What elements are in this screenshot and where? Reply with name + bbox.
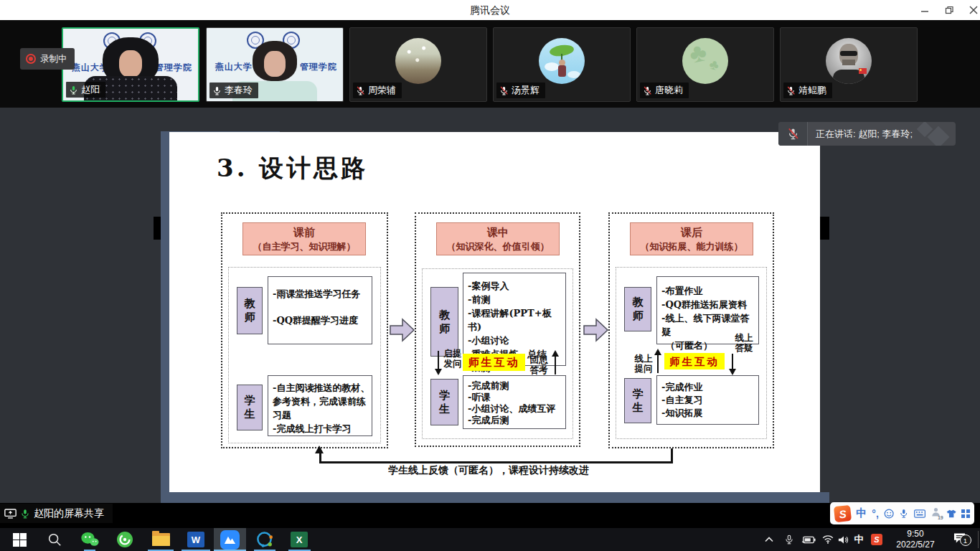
participant-name-tag: 周荣辅 <box>353 83 402 98</box>
participant-tile-zhourongfu[interactable]: 周荣辅 <box>349 27 487 102</box>
participant-tile-lichunling[interactable]: 燕山大学 管理学院 李春玲 <box>206 27 344 102</box>
phase-header: 课中 （知识深化、价值引领） <box>436 222 560 255</box>
activity-item: -完成线上打卡学习 <box>268 422 372 435</box>
role-label: 教师 <box>438 309 451 336</box>
tray-mic-icon[interactable] <box>781 528 798 551</box>
window-titlebar: 腾讯会议 <box>0 0 980 21</box>
interaction-highlight: 师生互动 <box>463 354 525 371</box>
participant-name: 汤景辉 <box>512 84 540 97</box>
speaking-label: 正在讲话: 赵阳; 李春玲; <box>808 128 913 141</box>
taskbar-360browser-button[interactable] <box>108 528 141 551</box>
skin-shirt-icon[interactable] <box>946 509 956 519</box>
ime-mode-toggle[interactable]: 中 <box>856 507 867 520</box>
sogou-tray-logo: S <box>871 534 882 545</box>
recording-indicator[interactable]: 录制中 <box>20 48 75 70</box>
emoji-icon[interactable] <box>884 508 894 519</box>
teacher-role-box: 教师 <box>624 287 651 331</box>
voice-input-icon[interactable] <box>899 508 908 519</box>
recording-label: 录制中 <box>40 53 67 65</box>
interaction-label-right: 线上 答疑 <box>733 333 755 353</box>
tray-ime-mode[interactable]: 中 <box>851 528 867 551</box>
sunglasses-icon <box>840 51 857 56</box>
taskbar-excel-button[interactable]: X <box>283 528 316 551</box>
arrow-down-icon <box>732 354 733 372</box>
arrow-up-icon <box>555 353 556 375</box>
participant-name: 唐晓莉 <box>655 84 683 97</box>
taskbar-search-button[interactable] <box>38 528 71 551</box>
action-center-button[interactable]: 1 <box>946 528 973 551</box>
avatar-cartoon-umbrella <box>539 38 585 84</box>
phase-flow-arrow-icon <box>390 318 415 342</box>
activity-item: -案例导入 <box>463 279 565 293</box>
activity-item: -小组讨论 <box>463 334 565 347</box>
interaction-label-line: 启提 <box>442 349 463 359</box>
qq-chat-icon <box>256 531 274 549</box>
window-title: 腾讯会议 <box>0 0 980 20</box>
phase-subtitle: （知识拓展、能力训练） <box>631 240 753 253</box>
mic-muted-icon <box>786 86 796 95</box>
clover-icon: ♣ <box>707 56 720 74</box>
person-face <box>264 51 286 77</box>
minimize-button[interactable] <box>913 0 937 20</box>
participant-tile-tangjinghui[interactable]: 汤景辉 <box>493 27 631 102</box>
virtual-keyboard-icon[interactable] <box>914 509 925 519</box>
sogou-logo[interactable]: S <box>834 504 852 522</box>
ime-punctuation-toggle[interactable]: °, <box>872 508 879 519</box>
phase-header: 课后 （知识拓展、能力训练） <box>630 222 753 255</box>
taskbar-wechat-button[interactable] <box>73 528 106 551</box>
participant-tile-tangxiaoli[interactable]: ♣ ♣ 唐晓莉 <box>636 27 774 102</box>
taskbar-explorer-button[interactable] <box>144 528 177 551</box>
screen-share-banner: 赵阳的屏幕共享 <box>0 504 113 523</box>
phase-header: 课前 （自主学习、知识理解） <box>242 222 366 255</box>
participant-tile-jingkunpeng[interactable]: 靖鲲鹏 <box>780 27 918 102</box>
taskbar-meeting-button-active[interactable] <box>214 528 246 551</box>
file-explorer-icon <box>152 533 170 546</box>
tray-volume-icon[interactable] <box>835 528 852 551</box>
show-desktop-strip[interactable] <box>978 531 979 548</box>
interaction-label-left: 线上 提问 <box>633 354 654 374</box>
typing-stats-icon[interactable]: 19 <box>930 507 941 520</box>
activity-item: -QQ群推送拓展资料 <box>657 298 758 311</box>
close-button[interactable] <box>961 0 980 20</box>
taskbar-qq-button[interactable] <box>248 528 281 551</box>
feedback-line <box>671 448 673 463</box>
typing-stats-badge: 19 <box>938 515 943 520</box>
slate-bottom-strip <box>161 492 829 503</box>
maximize-button[interactable] <box>937 0 961 20</box>
tray-clock[interactable]: 9:50 2022/5/27 <box>887 528 944 551</box>
tray-show-hidden-icons[interactable] <box>760 528 778 551</box>
restore-icon <box>945 6 953 14</box>
participant-name: 周荣辅 <box>368 84 396 97</box>
student-role-box: 学生 <box>430 379 458 425</box>
avatar-landscape-photo <box>395 38 441 84</box>
taskbar-word-button[interactable]: W <box>179 528 212 551</box>
activity-item: -小组讨论、成绩互评 <box>463 403 565 415</box>
student-activity-box: -完成作业 -自主复习 -知识拓展 <box>656 375 759 425</box>
mic-muted-icon <box>643 86 652 95</box>
interaction-label-line: 线上 <box>733 333 755 343</box>
search-icon <box>47 532 62 547</box>
chevron-up-icon <box>765 537 773 542</box>
start-button[interactable] <box>3 528 36 551</box>
mic-muted-icon <box>356 86 365 95</box>
interaction-highlight: 师生互动 <box>664 353 725 369</box>
participant-name-tag: 靖鲲鹏 <box>783 83 832 98</box>
activity-item: -前测 <box>463 293 565 306</box>
tray-battery-icon[interactable] <box>799 528 818 551</box>
figure-body <box>558 65 566 77</box>
slate-left-strip <box>161 131 169 503</box>
windows-logo-icon <box>13 533 27 547</box>
wechat-icon <box>80 532 99 547</box>
role-label: 学生 <box>244 394 256 421</box>
student-activity-box: -完成前测 -听课 -小组讨论、成绩互评 -完成后测 <box>463 375 566 429</box>
participant-name-tag: 唐晓莉 <box>640 83 689 98</box>
student-activity-box: -自主阅读推送的教材、参考资料，完成课前练习题 -完成线上打卡学习 <box>268 375 372 436</box>
tray-wifi-icon[interactable] <box>819 528 837 551</box>
record-dot-icon <box>26 54 36 64</box>
participant-name-tag: 赵阳 <box>66 82 105 98</box>
interaction-label-line: 答考 <box>528 365 550 375</box>
participant-tile-zhaoyang[interactable]: 燕山大学 管理学院 赵阳 <box>62 27 199 102</box>
mic-on-icon <box>69 85 78 95</box>
sogou-toolbox-icon[interactable] <box>961 509 970 518</box>
tray-sogou-icon[interactable]: S <box>868 528 885 551</box>
